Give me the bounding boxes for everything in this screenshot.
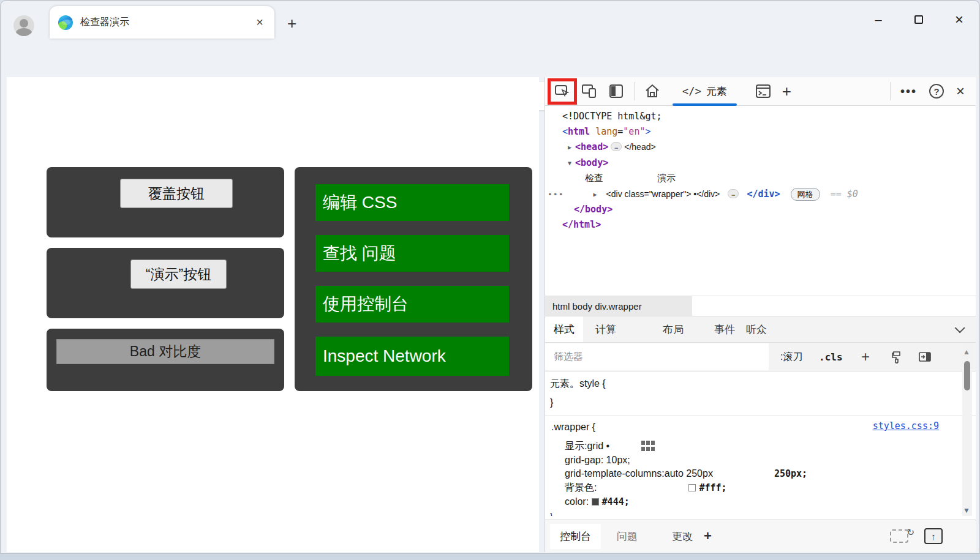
drawer-tab-changes[interactable]: 更改: [662, 524, 703, 549]
tab-elements[interactable]: </> 元素: [673, 77, 737, 106]
override-button[interactable]: 覆盖按钮: [120, 179, 233, 208]
hov-toggle[interactable]: :滚刀: [780, 343, 802, 371]
dom-doctype[interactable]: <!DOCTYPE html&gt;: [562, 111, 662, 122]
brush-icon[interactable]: [889, 349, 904, 364]
breadcrumb[interactable]: html body div.wrapper: [545, 296, 692, 316]
prop-display[interactable]: 显示:grid •: [565, 440, 655, 453]
tab-computed[interactable]: 计算: [587, 316, 625, 342]
rotate-device-icon[interactable]: [890, 529, 908, 543]
demo-button-panel: “演示”按钮: [47, 248, 284, 318]
browser-window: 检查器演示 × + – × https://microsoftedge.gith…: [0, 0, 980, 554]
breadcrumb-bar: html body div.wrapper: [545, 296, 976, 316]
tab-layout[interactable]: 布局: [654, 316, 692, 342]
prop-grid-gap[interactable]: grid-gap: 10px;: [565, 455, 630, 466]
new-tab-button[interactable]: +: [287, 14, 296, 33]
element-style-close: }: [550, 397, 553, 408]
dom-tree: <!DOCTYPE html&gt; <html lang="en"> ▶<he…: [545, 106, 976, 296]
home-icon[interactable]: [643, 82, 662, 100]
dom-html-close[interactable]: </html>: [562, 219, 601, 230]
device-emulation-icon[interactable]: [580, 82, 598, 100]
drawer-tab-issues[interactable]: 问题: [607, 524, 647, 549]
dom-body-open[interactable]: ▼<body>: [568, 157, 608, 168]
browser-tab[interactable]: 检查器演示 ×: [50, 6, 274, 39]
console-drawer-icon[interactable]: [754, 82, 772, 100]
add-panel-icon[interactable]: +: [782, 82, 791, 101]
ellipsis-pill[interactable]: …: [611, 142, 622, 151]
devtools-toolbar: </> 元素 + ••• ? ×: [545, 77, 976, 106]
devtools-toolbar-right: ••• ? ×: [881, 82, 976, 100]
tab-close-icon[interactable]: ×: [254, 15, 266, 29]
tab-title: 检查器演示: [80, 16, 254, 29]
edit-css-button[interactable]: 编辑 CSS: [315, 184, 509, 221]
cls-toggle[interactable]: .cls: [819, 343, 843, 371]
dom-html-open[interactable]: <html lang="en">: [562, 126, 651, 137]
dock-side-icon[interactable]: [607, 82, 625, 100]
expand-arrow-icon[interactable]: ▶: [594, 191, 597, 198]
inspect-element-icon[interactable]: [553, 82, 571, 100]
devtools-menu-icon[interactable]: •••: [900, 84, 917, 99]
edge-logo-icon: [58, 15, 73, 30]
wrapper-rule-close: }: [550, 511, 552, 516]
element-style-rule[interactable]: 元素。style {: [550, 378, 606, 390]
prop-grid-template-columns[interactable]: grid-template-columns:auto 250px250px;: [565, 468, 807, 479]
maximize-button[interactable]: [899, 1, 939, 39]
window-bottom-edge: [0, 554, 980, 560]
active-tab-underline: [673, 103, 737, 106]
styles-pane: 元素。style { } .wrapper { styles.css:9 显示:…: [545, 371, 976, 516]
styles-scrollbar[interactable]: ▲ ▼: [962, 343, 972, 516]
demo-button[interactable]: “演示”按钮: [130, 259, 227, 289]
expand-arrow-icon[interactable]: ▶: [568, 144, 571, 151]
filter-input[interactable]: 筛选器: [545, 343, 769, 370]
help-icon[interactable]: ?: [929, 84, 944, 99]
tab-styles[interactable]: 样式: [545, 316, 583, 342]
expand-quick-view-icon[interactable]: ↑: [924, 528, 943, 544]
scrollbar-thumb[interactable]: [964, 361, 970, 390]
toolbar-divider: [634, 82, 635, 100]
dom-body-close[interactable]: </body>: [574, 204, 612, 215]
drawer-add-tab-icon[interactable]: +: [704, 528, 712, 544]
navigation-bar: https://microsoftedge.github.io/Demos/de…: [1, 39, 979, 77]
elements-tab-label: 元素: [706, 84, 727, 99]
color-swatch-white[interactable]: [688, 484, 696, 491]
overflow-menu-icon[interactable]: •••: [548, 190, 564, 199]
chevron-down-icon[interactable]: [955, 323, 965, 333]
styles-filter-row: 筛选器 :滚刀 .cls +: [545, 343, 976, 371]
bad-contrast-button[interactable]: Bad 对比度: [56, 339, 274, 364]
computed-sidebar-icon[interactable]: [918, 349, 932, 364]
dom-head[interactable]: ▶<head>…</head>: [568, 141, 656, 152]
devtools-panel: </> 元素 + ••• ? × <!DOCTYPE html&gt;: [545, 77, 976, 552]
minimize-button[interactable]: –: [858, 1, 899, 39]
tab-listeners[interactable]: 听众: [737, 316, 775, 342]
ellipsis-pill[interactable]: …: [728, 189, 739, 198]
scroll-up-icon[interactable]: ▲: [963, 348, 970, 356]
prop-background-color[interactable]: 背景色:#fff;: [565, 482, 727, 495]
wrapper-rule-selector[interactable]: .wrapper {: [551, 422, 595, 433]
window-controls: – ×: [858, 1, 979, 39]
color-swatch-dark[interactable]: [592, 498, 599, 506]
prop-color[interactable]: color: #444;: [565, 496, 630, 507]
inspect-network-button[interactable]: Inspect Network: [315, 337, 509, 376]
scroll-down-icon[interactable]: ▼: [963, 506, 970, 515]
devtools-drawer: 控制台 问题 更改 + ↑: [545, 520, 976, 552]
devtools-close-icon[interactable]: ×: [956, 83, 965, 100]
find-issues-button[interactable]: 查找 问题: [315, 235, 509, 272]
dom-div-wrapper[interactable]: ••• ▶ <div class="wrapper"> •</div> … </…: [548, 188, 858, 201]
profile-avatar[interactable]: [13, 15, 34, 36]
tab-bar: 检查器演示 × + – ×: [1, 1, 979, 39]
bad-contrast-panel: Bad 对比度: [47, 329, 284, 391]
code-brackets-icon: </>: [682, 85, 701, 97]
stylesheet-link[interactable]: styles.css:9: [873, 420, 939, 431]
dom-text-node[interactable]: 检查演示: [585, 173, 676, 184]
collapse-arrow-icon[interactable]: ▼: [568, 160, 571, 166]
screenshot-stage: 检查器演示 × + – × https://microsoftedge.gith…: [0, 0, 980, 560]
use-console-button[interactable]: 使用控制台: [315, 286, 509, 323]
page-viewport: 检查演示 覆盖按钮 “演示”按钮 Bad 对比度 编辑 CSS 查找 问题 使用…: [7, 77, 539, 552]
window-close-button[interactable]: ×: [939, 1, 979, 39]
drawer-tab-console[interactable]: 控制台: [550, 524, 601, 549]
override-button-panel: 覆盖按钮: [47, 167, 284, 237]
green-buttons-panel: 编辑 CSS 查找 问题 使用控制台 Inspect Network: [295, 167, 532, 391]
grid-editor-icon[interactable]: [641, 441, 655, 451]
grid-badge[interactable]: 网格: [791, 188, 820, 201]
sidebar-pane-tabs: 样式 计算 布局 事件 听众: [545, 316, 976, 343]
